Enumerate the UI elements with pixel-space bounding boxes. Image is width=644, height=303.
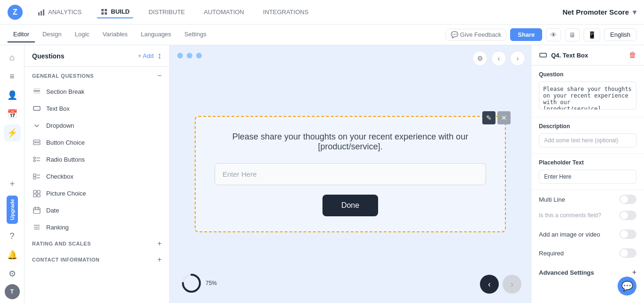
panel-question-type-icon: [539, 51, 547, 59]
advanced-settings-expand-button[interactable]: +: [632, 268, 636, 277]
text-box-icon: [32, 104, 41, 113]
sidebar-item-ranking[interactable]: Ranking: [25, 219, 169, 236]
language-button[interactable]: English: [604, 28, 636, 41]
svg-rect-7: [33, 140, 40, 142]
add-question-button[interactable]: + Add: [138, 52, 154, 59]
survey-title-container: Net Promoter Score ▾: [562, 8, 636, 16]
nav-analytics[interactable]: ANALYTICS: [34, 7, 85, 18]
radio-buttons-label: Radio Buttons: [46, 156, 85, 163]
left-nav-integrations[interactable]: ⚡: [4, 124, 21, 141]
canvas-prev-button[interactable]: ‹: [491, 51, 506, 66]
canvas-settings-button[interactable]: ⚙: [472, 51, 487, 66]
required-toggle-row: Required: [531, 244, 644, 262]
general-questions-collapse-button[interactable]: −: [157, 72, 162, 80]
prev-arrow-button[interactable]: ‹: [480, 275, 499, 294]
canvas-text-input[interactable]: Enter Here: [215, 163, 486, 185]
tab-variables[interactable]: Variables: [97, 27, 133, 42]
svg-rect-4: [33, 89, 40, 90]
ranking-label: Ranking: [46, 224, 69, 231]
comments-toggle-row: Is this a comments field?: [531, 209, 644, 225]
checkbox-icon: [32, 172, 41, 181]
multi-line-toggle[interactable]: [619, 195, 636, 204]
left-nav-notifications[interactable]: 🔔: [4, 246, 21, 263]
eye-icon-button[interactable]: 👁: [546, 28, 561, 41]
left-nav-settings[interactable]: ⚙: [4, 265, 21, 282]
nav-build[interactable]: BUILD: [97, 6, 133, 18]
sidebar-item-button-choice[interactable]: Button Choice: [25, 134, 169, 151]
panel-delete-button[interactable]: 🗑: [629, 51, 636, 59]
left-nav-survey[interactable]: ≡: [4, 68, 21, 85]
progress-text: 75%: [206, 280, 217, 287]
contact-info-section-header[interactable]: CONTACT INFORMATION +: [25, 252, 169, 268]
dropdown-label: Dropdown: [46, 122, 74, 129]
rating-scales-section-header[interactable]: RATING AND SCALES +: [25, 236, 169, 252]
comments-toggle[interactable]: [619, 211, 636, 220]
chat-widget-button[interactable]: 💬: [618, 277, 636, 295]
share-button[interactable]: Share: [510, 28, 542, 41]
sidebar-item-date[interactable]: Date: [25, 202, 169, 219]
panel-question-title: Q4. Text Box: [551, 52, 588, 59]
tab-editor[interactable]: Editor: [8, 27, 35, 42]
nav-automation[interactable]: AUTOMATION: [200, 7, 248, 17]
rating-scales-expand-button[interactable]: +: [157, 239, 162, 248]
dot-2: [187, 53, 192, 58]
tab-settings[interactable]: Settings: [179, 27, 212, 42]
nav-integrations[interactable]: INTEGRATIONS: [259, 7, 313, 17]
tab-logic[interactable]: Logic: [69, 27, 95, 42]
sidebar-item-picture-choice[interactable]: Picture Choice: [25, 185, 169, 202]
progress-circle: [181, 273, 202, 294]
desktop-icon: 🖥: [569, 31, 576, 39]
desktop-view-button[interactable]: 🖥: [565, 28, 580, 41]
left-nav-add[interactable]: ＋: [4, 175, 21, 192]
panel-question-textarea[interactable]: Please share your thoughts on your recen…: [539, 82, 636, 110]
section-break-icon: [32, 87, 41, 96]
sidebar-item-section-break[interactable]: Section Break: [25, 83, 169, 100]
left-nav-help[interactable]: ?: [4, 228, 21, 245]
left-nav-contacts[interactable]: 👤: [4, 87, 21, 104]
nav-arrows: ‹ ›: [480, 275, 521, 294]
left-nav-calendar[interactable]: 📅: [4, 106, 21, 123]
sidebar-item-text-box[interactable]: Text Box: [25, 100, 169, 117]
contact-info-expand-button[interactable]: +: [157, 255, 162, 264]
panel-header-left: Q4. Text Box: [539, 51, 588, 59]
svg-rect-2: [43, 9, 44, 16]
questions-label: Questions: [32, 52, 64, 60]
panel-placeholder-input[interactable]: [539, 170, 636, 184]
card-edit-button[interactable]: ✎: [482, 111, 495, 124]
nav-distribute[interactable]: DISTRIBUTE: [145, 7, 189, 17]
comments-label: Is this a comments field?: [539, 212, 601, 219]
dot-3: [196, 53, 202, 58]
upgrade-button[interactable]: Upgrade: [7, 196, 18, 224]
eye-icon: 👁: [550, 31, 557, 39]
date-icon: [32, 205, 41, 215]
required-toggle[interactable]: [619, 248, 636, 258]
tab-languages[interactable]: Languages: [135, 27, 177, 42]
give-feedback-button[interactable]: 💬 Give Feedback: [446, 29, 506, 41]
text-box-label: Text Box: [46, 105, 70, 112]
next-arrow-button[interactable]: ›: [503, 275, 521, 294]
image-video-label: Add an image or video: [539, 231, 600, 238]
sidebar-item-checkbox[interactable]: Checkbox: [25, 168, 169, 185]
sidebar-item-radio-buttons[interactable]: Radio Buttons: [25, 151, 169, 168]
sidebar-item-dropdown[interactable]: Dropdown: [25, 117, 169, 134]
tab-design[interactable]: Design: [37, 27, 67, 42]
button-choice-label: Button Choice: [46, 139, 85, 146]
sidebar: Questions + Add ↕ GENERAL QUESTIONS − Se…: [25, 45, 170, 303]
app-logo: Z: [8, 5, 23, 20]
panel-placeholder-label: Placeholder Text: [539, 159, 636, 166]
user-avatar[interactable]: T: [5, 284, 20, 299]
ranking-icon: [32, 222, 41, 232]
reorder-button[interactable]: ↕: [157, 51, 162, 61]
canvas-next-button[interactable]: ›: [510, 51, 525, 66]
svg-rect-0: [38, 12, 40, 16]
svg-rect-13: [33, 174, 36, 176]
title-chevron-down-icon[interactable]: ▾: [633, 8, 636, 16]
card-close-button[interactable]: ✕: [497, 111, 511, 124]
panel-description-input[interactable]: [539, 133, 636, 147]
progress-container: 75%: [181, 273, 217, 294]
left-nav-home[interactable]: ⌂: [4, 49, 21, 66]
svg-point-9: [33, 157, 35, 159]
mobile-view-button[interactable]: 📱: [584, 28, 600, 41]
image-video-toggle[interactable]: [619, 229, 636, 239]
done-button[interactable]: Done: [322, 195, 378, 216]
